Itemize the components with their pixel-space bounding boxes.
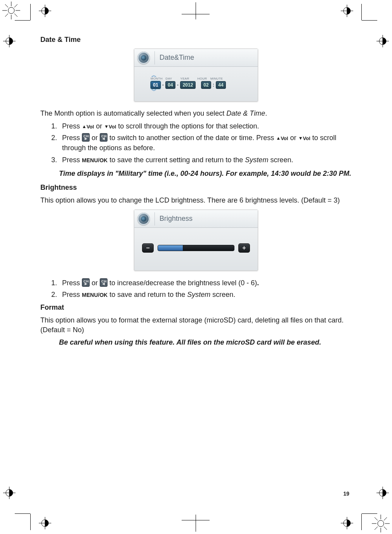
registration-mark xyxy=(341,5,353,17)
page-content: Date & Time Date&Time ︽ MONTH DAY YEAR H… xyxy=(40,36,352,350)
text: screen. xyxy=(268,156,293,164)
crop-mark xyxy=(30,514,31,530)
label-day: DAY xyxy=(164,77,174,80)
chevron-up-icon: ︽ xyxy=(151,73,252,77)
print-mark-corner xyxy=(2,2,20,19)
chevron-down-icon: ︾ xyxy=(151,89,252,93)
ch-left-icon xyxy=(100,133,108,142)
text: or xyxy=(94,122,104,130)
text: Press xyxy=(62,279,82,287)
minus-button: − xyxy=(142,243,154,253)
format-warning: Be careful when using this feature. All … xyxy=(59,338,352,347)
registration-mark xyxy=(376,487,389,499)
separator: - xyxy=(177,82,179,88)
svg-line-7 xyxy=(14,4,17,7)
plus-button: + xyxy=(238,243,250,253)
svg-line-5 xyxy=(5,4,8,7)
print-mark-corner xyxy=(372,515,390,532)
svg-point-9 xyxy=(378,520,384,527)
text: Press xyxy=(62,291,82,298)
registration-mark xyxy=(341,517,353,529)
label-minute: MINUTE xyxy=(210,77,223,80)
triangle-down-icon: ▼ xyxy=(104,123,109,130)
text: Press xyxy=(62,122,82,130)
text: Press xyxy=(62,156,82,164)
brightness-steps: Press or to increase/decrease the bright… xyxy=(40,278,352,300)
crop-mark xyxy=(361,514,362,530)
heading-brightness: Brightness xyxy=(40,184,352,192)
screenshot-date-time: Date&Time ︽ MONTH DAY YEAR HOUR MINUTE 0… xyxy=(134,49,258,102)
menu-ok-label: MENU/OK xyxy=(82,292,108,298)
panel-title: Date&Time xyxy=(160,54,194,62)
triangle-up-icon: ▲ xyxy=(276,135,281,142)
format-desc: This option allows you to format the ext… xyxy=(40,316,352,335)
value-day: 04 xyxy=(165,81,175,89)
text: The Month option is automatically select… xyxy=(40,109,226,117)
text: Press xyxy=(62,134,82,142)
step-1: Press or to increase/decrease the bright… xyxy=(59,278,352,288)
text-bold: . xyxy=(257,279,259,287)
step-2: Press or to switch to another section of… xyxy=(59,133,352,153)
date-time-steps: Press ▲Vol or ▼Vol to scroll through the… xyxy=(40,121,352,165)
date-time-intro: The Month option is automatically select… xyxy=(40,109,352,118)
menu-ok-label: MENU/OK xyxy=(82,157,108,163)
text: to save the current setting and return t… xyxy=(108,156,245,164)
value-year: 2012 xyxy=(180,81,196,89)
page-number: 19 xyxy=(343,491,349,497)
svg-line-6 xyxy=(14,14,17,17)
step-1: Press ▲Vol or ▼Vol to scroll through the… xyxy=(59,121,352,131)
heading-format: Format xyxy=(40,303,352,312)
separator: - xyxy=(162,82,164,88)
text-em: Date & Time xyxy=(226,109,265,117)
brightness-bar xyxy=(158,245,234,251)
gear-icon xyxy=(137,52,150,64)
panel-header: Brightness xyxy=(134,210,258,228)
registration-mark xyxy=(39,517,51,529)
registration-mark xyxy=(376,35,389,47)
text: to save and return to the xyxy=(108,291,187,298)
ch-left-icon xyxy=(100,278,108,287)
crop-mark xyxy=(182,2,210,19)
label-year: YEAR xyxy=(177,77,193,80)
vol-label: Vol xyxy=(109,124,116,130)
svg-line-8 xyxy=(5,14,8,17)
value-hour: 02 xyxy=(201,81,211,89)
crop-mark xyxy=(15,513,30,514)
heading-date-time: Date & Time xyxy=(40,36,352,44)
crop-mark xyxy=(362,513,377,514)
svg-line-15 xyxy=(384,527,387,530)
value-minute: 44 xyxy=(216,81,226,89)
svg-line-17 xyxy=(375,527,378,530)
text: or xyxy=(90,134,100,142)
label-hour: HOUR xyxy=(197,77,207,80)
vol-label: Vol xyxy=(87,124,94,130)
ch-right-icon xyxy=(82,133,90,142)
text: to increase/decrease the brightness leve… xyxy=(108,279,257,287)
crop-mark xyxy=(362,20,377,21)
divider xyxy=(154,212,155,225)
crop-mark xyxy=(15,20,30,21)
crop-mark xyxy=(361,4,362,20)
text: . xyxy=(265,109,267,117)
text: to scroll through the options for that s… xyxy=(116,122,259,130)
triangle-up-icon: ▲ xyxy=(82,123,87,130)
gear-icon xyxy=(137,213,150,225)
svg-line-14 xyxy=(375,517,378,520)
text: or xyxy=(90,279,100,287)
step-2: Press MENU/OK to save and return to the … xyxy=(59,290,352,300)
date-field-labels: MONTH DAY YEAR HOUR MINUTE xyxy=(151,77,252,80)
label-month: MONTH xyxy=(151,77,161,80)
ch-right-icon xyxy=(82,278,90,287)
crop-mark xyxy=(30,4,31,20)
panel-body: − + xyxy=(134,228,258,270)
step-3: Press MENU/OK to save the current settin… xyxy=(59,155,352,165)
text: screen. xyxy=(210,291,235,298)
brightness-bar-fill xyxy=(158,245,183,251)
manual-page: Date & Time Date&Time ︽ MONTH DAY YEAR H… xyxy=(0,0,392,534)
brightness-desc: This option allows you to change the LCD… xyxy=(40,196,352,205)
text-em: System xyxy=(245,156,268,164)
separator: : xyxy=(213,82,214,88)
panel-title: Brightness xyxy=(160,215,193,223)
divider xyxy=(154,51,155,64)
registration-mark xyxy=(39,5,51,17)
